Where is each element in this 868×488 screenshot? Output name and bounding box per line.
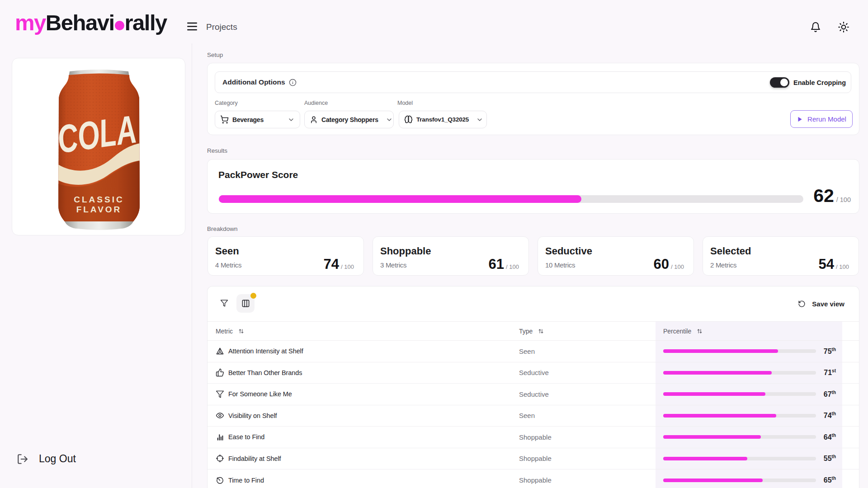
svg-text:CLASSIC: CLASSIC — [74, 195, 124, 204]
svg-text:FLAVOR: FLAVOR — [76, 205, 122, 214]
